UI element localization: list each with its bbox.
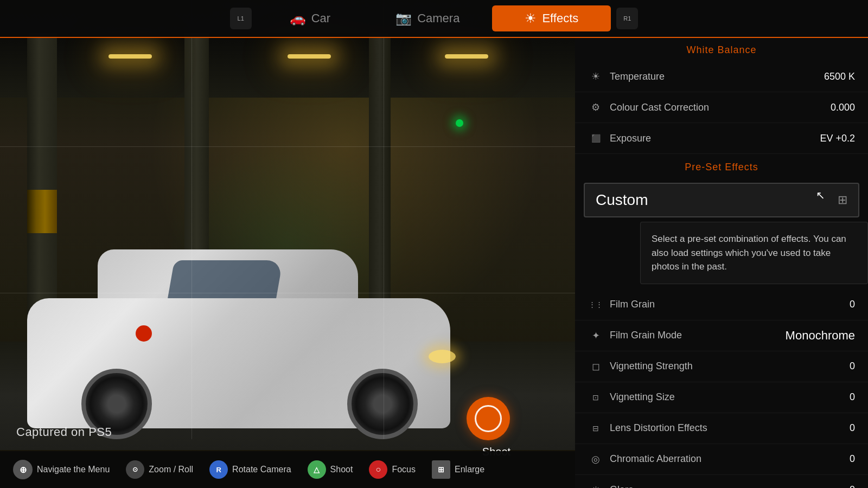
colour-cast-row[interactable]: ⚙ Colour Cast Correction 0.000 [575, 92, 868, 123]
car-icon: 🚗 [290, 11, 306, 26]
wheel-front [347, 369, 418, 439]
vignetting-strength-value: 0 [850, 361, 855, 372]
top-nav: L1 🚗 Car 📷 Camera ☀ Effects R1 [0, 0, 868, 37]
tab-effects-label: Effects [542, 11, 578, 25]
chromatic-aberration-icon: ◎ [588, 452, 603, 467]
r1-button[interactable]: R1 [616, 8, 638, 29]
tab-camera-label: Camera [417, 11, 459, 25]
preset-tooltip: Select a pre-set combination of effects.… [640, 222, 868, 284]
main-viewport: Captured on PS5 Shoot ⊕ Navigate the Men… [0, 0, 575, 488]
overhead-light-1 [108, 54, 152, 59]
overhead-light-2 [288, 54, 331, 59]
overhead-light-3 [445, 54, 488, 59]
tab-camera[interactable]: 📷 Camera [363, 5, 492, 31]
focus-control: ○ Focus [369, 460, 416, 479]
zoom-control: ⊙ Zoom / Roll [126, 460, 193, 479]
rotate-control: R Rotate Camera [209, 460, 291, 479]
vignetting-strength-icon: ◻ [588, 359, 603, 374]
navigate-control: ⊕ Navigate the Menu [13, 460, 110, 479]
film-grain-row[interactable]: ⋮⋮ Film Grain 0 [575, 290, 868, 320]
custom-preset-box[interactable]: Custom ↖ ⊞ [584, 183, 859, 217]
tab-effects[interactable]: ☀ Effects [492, 5, 611, 31]
tooltip-text: Select a pre-set combination of effects.… [652, 234, 846, 272]
shoot-control: △ Shoot [308, 460, 353, 479]
lens-distortion-label: Lens Distortion Effects [610, 422, 843, 434]
car-headlight [429, 350, 456, 363]
lens-distortion-icon: ⊟ [588, 421, 603, 436]
glare-label: Glare [610, 484, 843, 488]
vignetting-strength-label: Vignetting Strength [610, 361, 843, 372]
film-grain-label: Film Grain [610, 299, 843, 310]
film-grain-mode-label: Film Grain Mode [610, 330, 779, 341]
captured-label: Captured on PS5 [16, 425, 112, 439]
film-grain-icon: ⋮⋮ [588, 297, 603, 312]
navigate-label: Navigate the Menu [37, 465, 110, 474]
chromatic-aberration-row[interactable]: ◎ Chromatic Aberration 0 [575, 444, 868, 475]
film-grain-mode-icon: ✦ [588, 328, 603, 343]
colour-cast-value: 0.000 [831, 102, 855, 113]
l1-button[interactable]: L1 [230, 8, 252, 29]
effects-icon: ☀ [525, 11, 537, 26]
exposure-label: Exposure [610, 133, 813, 144]
zoom-button[interactable]: ⊙ [126, 460, 144, 479]
film-grain-mode-value: Monochrome [786, 329, 855, 343]
camera-icon: 📷 [395, 11, 412, 26]
enlarge-button[interactable]: ⊞ [432, 460, 450, 479]
temperature-label: Temperature [610, 71, 818, 82]
focus-button[interactable]: ○ [369, 460, 387, 479]
focus-label: Focus [392, 465, 416, 474]
nav-tabs: L1 🚗 Car 📷 Camera ☀ Effects R1 [225, 5, 644, 31]
tab-car[interactable]: 🚗 Car [257, 5, 363, 31]
temperature-value: 6500 K [824, 71, 855, 82]
film-grain-mode-row[interactable]: ✦ Film Grain Mode Monochrome [575, 320, 868, 351]
shoot-button-inner [475, 405, 502, 432]
preset-effects-header: Pre-Set Effects [575, 154, 868, 178]
lens-distortion-value: 0 [850, 422, 855, 434]
navigate-button[interactable]: ⊕ [13, 460, 33, 479]
exposure-value: EV +0.2 [820, 133, 855, 144]
enlarge-control: ⊞ Enlarge [432, 460, 484, 479]
right-panel: White Balance ☀ Temperature 6500 K ⚙ Col… [575, 37, 868, 488]
enlarge-label: Enlarge [455, 465, 484, 474]
chromatic-aberration-value: 0 [850, 453, 855, 465]
glare-value: 0 [850, 484, 855, 488]
exposure-icon: ⬛ [588, 131, 603, 146]
white-balance-header: White Balance [575, 37, 868, 61]
shoot-bottom-label: Shoot [330, 465, 353, 474]
vignetting-size-row[interactable]: ⊡ Vignetting Size 0 [575, 382, 868, 413]
vignetting-size-value: 0 [850, 391, 855, 403]
zoom-label: Zoom / Roll [149, 465, 193, 474]
vignetting-size-label: Vignetting Size [610, 391, 843, 403]
temperature-icon: ☀ [588, 69, 603, 84]
custom-preset-label: Custom [596, 191, 648, 209]
shoot-button[interactable] [467, 397, 510, 440]
colour-cast-icon: ⚙ [588, 100, 603, 115]
colour-cast-label: Colour Cast Correction [610, 102, 824, 113]
exposure-row[interactable]: ⬛ Exposure EV +0.2 [575, 123, 868, 154]
grid-icon: ⊞ [838, 193, 847, 207]
bottom-controls-bar: ⊕ Navigate the Menu ⊙ Zoom / Roll R Rota… [0, 451, 575, 488]
vignetting-size-icon: ⊡ [588, 390, 603, 405]
shoot-bottom-button[interactable]: △ [308, 460, 326, 479]
glare-icon: ✳ [588, 483, 603, 489]
chromatic-aberration-label: Chromatic Aberration [610, 453, 843, 465]
tab-car-label: Car [311, 11, 330, 25]
vignetting-strength-row[interactable]: ◻ Vignetting Strength 0 [575, 351, 868, 382]
nav-separator [0, 37, 868, 38]
film-grain-value: 0 [850, 299, 855, 310]
car-display [16, 217, 461, 445]
car-number [136, 325, 152, 342]
glare-row[interactable]: ✳ Glare 0 [575, 475, 868, 489]
car-body [27, 298, 450, 428]
garage-ceiling [0, 33, 575, 98]
traffic-light [456, 119, 463, 127]
lens-distortion-row[interactable]: ⊟ Lens Distortion Effects 0 [575, 413, 868, 444]
cursor-pointer: ↖ [816, 189, 825, 202]
rotate-button[interactable]: R [209, 460, 228, 479]
temperature-row[interactable]: ☀ Temperature 6500 K [575, 61, 868, 92]
rotate-label: Rotate Camera [232, 465, 291, 474]
